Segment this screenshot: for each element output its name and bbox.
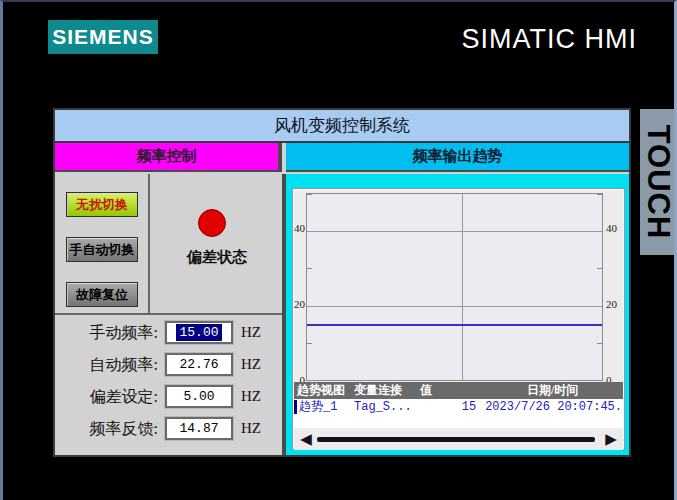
- minor-tick: [597, 194, 602, 195]
- scrollbar-thumb[interactable]: [317, 437, 595, 442]
- auto-frequency-unit: HZ: [241, 353, 261, 376]
- frequency-trend-header: 频率输出趋势: [286, 143, 629, 172]
- control-area: 无扰切换 手自动切换 故障复位 偏差状态: [55, 174, 282, 315]
- time-scrollbar: ◀ ▶: [294, 429, 623, 450]
- auto-frequency-value: 22.76: [176, 356, 221, 373]
- touch-strip-label: TOUCH: [640, 109, 677, 255]
- cell-value: 15: [462, 400, 476, 414]
- fields-area: 手动频率: 15.00 HZ 自动频率: 22.76 HZ 偏差设定:: [55, 317, 282, 455]
- frequency-control-header: 频率控制: [55, 143, 282, 172]
- deviation-status-cell: 偏差状态: [152, 174, 282, 313]
- frequency-feedback-value: 14.87: [176, 420, 221, 437]
- trend-line: [307, 324, 602, 326]
- frequency-feedback-unit: HZ: [241, 417, 261, 440]
- y-axis-label-left-20: 20: [293, 298, 305, 310]
- frequency-feedback-row: 频率反馈: 14.87 HZ: [55, 417, 282, 440]
- minor-tick: [597, 343, 602, 344]
- cell-trend-name: 趋势_1: [299, 399, 337, 415]
- gridline-vertical: [462, 194, 463, 380]
- auto-frequency-label: 自动频率:: [90, 353, 158, 376]
- undisturbed-switch-button[interactable]: 无扰切换: [66, 192, 138, 217]
- section-headers: 频率控制 频率输出趋势: [55, 143, 629, 172]
- page-title: 风机变频控制系统: [55, 110, 629, 143]
- cell-datetime: 2023/7/26 20:07:45.: [485, 400, 622, 414]
- frequency-feedback-input[interactable]: 14.87: [165, 417, 233, 440]
- gridline-20: [307, 306, 602, 307]
- minor-tick: [307, 343, 312, 344]
- hmi-screen: { "header": { "logo_text": "SIEMENS", "p…: [0, 0, 677, 500]
- trend-chart: [306, 193, 603, 381]
- gridline-40: [307, 231, 602, 232]
- table-row[interactable]: 趋势_1 Tag_S... 152023/7/26 20:07:45.: [294, 399, 623, 415]
- scroll-left-icon[interactable]: ◀: [298, 429, 314, 450]
- col-trend-view: 趋势视图: [297, 382, 345, 399]
- cell-tag-name: Tag_S...: [354, 399, 412, 415]
- trend-widget: 40 20 0 40 20 0 趋势视图 变量连接 值 日期/时间 趋势_1: [292, 188, 625, 450]
- manual-auto-switch-button[interactable]: 手自动切换: [66, 237, 138, 262]
- manual-frequency-row: 手动频率: 15.00 HZ: [55, 321, 282, 344]
- fault-reset-button[interactable]: 故障复位: [66, 282, 138, 307]
- scroll-right-icon[interactable]: ▶: [603, 429, 619, 450]
- y-axis-label-left-40: 40: [293, 222, 305, 234]
- deviation-status-label: 偏差状态: [152, 248, 282, 267]
- frequency-control-section: 无扰切换 手自动切换 故障复位 偏差状态 手动频率: 15.00 HZ: [55, 174, 286, 455]
- row-cursor: [294, 400, 297, 414]
- deviation-setting-label: 偏差设定:: [90, 385, 158, 408]
- col-datetime: 日期/时间: [527, 382, 578, 399]
- deviation-status-lamp-icon: [198, 209, 226, 237]
- main-panel: 风机变频控制系统 频率控制 频率输出趋势 无扰切换 手自动切换 故障复位 偏差状…: [53, 108, 631, 457]
- trend-table-header: 趋势视图 变量连接 值 日期/时间: [294, 382, 623, 399]
- deviation-setting-unit: HZ: [241, 385, 261, 408]
- manual-frequency-label: 手动频率:: [90, 321, 158, 344]
- minor-tick: [307, 194, 312, 195]
- minor-tick: [597, 268, 602, 269]
- siemens-logo-text: SIEMENS: [52, 25, 154, 49]
- manual-frequency-input[interactable]: 15.00: [165, 321, 233, 344]
- frequency-trend-section: 40 20 0 40 20 0 趋势视图 变量连接 值 日期/时间 趋势_1: [286, 174, 629, 455]
- siemens-logo: SIEMENS: [48, 20, 158, 54]
- panel-body: 无扰切换 手自动切换 故障复位 偏差状态 手动频率: 15.00 HZ: [55, 174, 629, 455]
- button-cell: 无扰切换 手自动切换 故障复位: [55, 174, 150, 313]
- deviation-setting-row: 偏差设定: 5.00 HZ: [55, 385, 282, 408]
- minor-tick: [307, 268, 312, 269]
- auto-frequency-row: 自动频率: 22.76 HZ: [55, 353, 282, 376]
- manual-frequency-unit: HZ: [241, 321, 261, 344]
- y-axis-label-right-20: 20: [606, 298, 622, 310]
- trend-table: 趋势视图 变量连接 值 日期/时间 趋势_1 Tag_S... 152023/7…: [294, 382, 623, 428]
- y-axis-label-right-40: 40: [606, 222, 622, 234]
- deviation-setting-value: 5.00: [180, 388, 217, 405]
- col-value: 值: [420, 382, 432, 399]
- auto-frequency-input[interactable]: 22.76: [165, 353, 233, 376]
- col-tag-connection: 变量连接: [354, 382, 402, 399]
- frequency-feedback-label: 频率反馈:: [90, 417, 158, 440]
- deviation-setting-input[interactable]: 5.00: [165, 385, 233, 408]
- product-name: SIMATIC HMI: [462, 23, 638, 56]
- manual-frequency-value: 15.00: [176, 324, 221, 341]
